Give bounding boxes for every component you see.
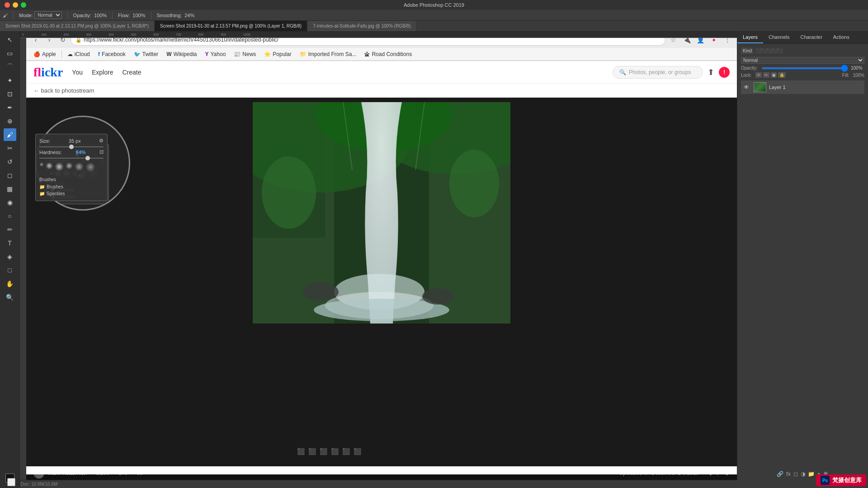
tab-actions[interactable]: Actions: [828, 32, 855, 43]
mode-row: Normal: [741, 57, 864, 64]
brush-tool[interactable]: 🖌: [4, 128, 16, 141]
zoom-tool[interactable]: 🔍: [4, 291, 16, 304]
shape-tool[interactable]: □: [4, 264, 16, 277]
background-color[interactable]: [7, 478, 15, 486]
close-button[interactable]: [5, 2, 10, 8]
window-title: Adobe Photoshop CC 2019: [404, 2, 464, 8]
clone-stamp-tool[interactable]: ✂: [4, 142, 16, 155]
brush-sample-5[interactable]: [75, 162, 84, 171]
tab-character[interactable]: Character: [795, 32, 828, 43]
folder-brushes-icon: 📁: [39, 184, 45, 189]
lock-all-icon[interactable]: 🔒: [778, 72, 786, 78]
spot-heal-tool[interactable]: ⊕: [4, 115, 16, 127]
selection-tool[interactable]: ▭: [4, 47, 16, 60]
brush-sample-6[interactable]: [85, 162, 95, 172]
speckles-folder-item[interactable]: 📁 Speckles: [39, 190, 104, 197]
more-icon[interactable]: ⬛: [342, 448, 350, 455]
fill-value: 100%: [853, 73, 864, 78]
bookmark-popular[interactable]: ⭐ Popular: [260, 50, 295, 59]
brush-sample-4[interactable]: [66, 162, 73, 169]
left-toolbox: ↖ ▭ ⌒ ✦ ⊡ ✒ ⊕ 🖌 ✂ ↺ ◻ ▦ ◉ ○ ✏ T ◈ □ ✋ 🔍: [0, 32, 20, 488]
title-bar: Adobe Photoshop CC 2019: [0, 0, 868, 10]
bookmark-apple[interactable]: 🍎 Apple: [30, 50, 60, 59]
grid-icon[interactable]: ⬛: [320, 448, 327, 455]
bookmark-road[interactable]: 🛣 Road Conditions: [361, 50, 415, 59]
text-tool[interactable]: T: [4, 237, 16, 249]
hardness-slider-thumb[interactable]: [85, 156, 90, 160]
gear-icon[interactable]: ⚙: [99, 138, 104, 144]
ruler-horizontal: 0 100 200 300 400 500 600 700 800 900 10…: [20, 32, 737, 38]
brushes-folder-item[interactable]: 📁 Brushes: [39, 183, 104, 190]
svg-point-13: [422, 288, 454, 305]
lock-draw-icon[interactable]: ✏: [763, 72, 769, 78]
adjustment-icon[interactable]: ◑: [801, 471, 805, 477]
bookmark-icloud-label: iCloud: [75, 51, 90, 57]
eyedropper-tool[interactable]: ✒: [4, 101, 16, 114]
flickr-nav-explore[interactable]: Explore: [92, 69, 113, 76]
flickr-search-bar[interactable]: 🔍 Photos, people, or groups: [613, 66, 703, 79]
clear-icon[interactable]: ⊡: [99, 149, 104, 155]
flickr-nav-create[interactable]: Create: [122, 69, 141, 76]
tab-layers[interactable]: Layers: [737, 32, 763, 43]
lock-pos-icon[interactable]: ✛: [755, 72, 762, 78]
layer-mode-select[interactable]: Normal: [741, 57, 864, 64]
info-icon[interactable]: ⬛: [331, 448, 339, 455]
lock-icons: ✛ ✏ ◼ 🔒: [755, 72, 786, 78]
blur-tool[interactable]: ◉: [4, 196, 16, 209]
history-brush-tool[interactable]: ↺: [4, 155, 16, 168]
mask-icon[interactable]: ◻: [793, 471, 798, 477]
maximize-button[interactable]: [21, 2, 26, 8]
smoothing-control: Smoothing: 24%: [157, 13, 195, 18]
document-tabs: Screen Shot 2019-01-30 at 2.13.11 PM.png…: [0, 21, 868, 32]
mode-dropdown[interactable]: Normal: [34, 11, 62, 19]
brush-sample-3[interactable]: [55, 162, 64, 171]
folder-icon-panel[interactable]: 📁: [808, 471, 815, 477]
flickr-nav-you[interactable]: You: [72, 69, 83, 76]
bookmark-news[interactable]: 📰 News: [230, 50, 259, 59]
tab-channels[interactable]: Channels: [763, 32, 795, 43]
notification-badge[interactable]: !: [719, 67, 730, 78]
link-icon[interactable]: 🔗: [777, 471, 783, 477]
minimize-button[interactable]: [13, 2, 18, 8]
upload-icon[interactable]: ⬆: [708, 67, 714, 77]
tab-screenshot1[interactable]: Screen Shot 2019-01-30 at 2.13.11 PM.png…: [0, 21, 155, 31]
bookmark-yahoo[interactable]: Y Yahoo: [201, 50, 229, 59]
lock-pixel-icon[interactable]: ◼: [771, 72, 777, 78]
bookmark-wikipedia[interactable]: W Wikipedia: [163, 50, 200, 59]
share-icon[interactable]: ⬛: [297, 448, 305, 455]
lasso-tool[interactable]: ⌒: [4, 61, 16, 73]
size-slider-thumb[interactable]: [69, 145, 74, 149]
svg-point-12: [302, 283, 339, 301]
bookmark-wikipedia-label: Wikipedia: [173, 51, 197, 57]
kind-dropdown[interactable]: Kind: [741, 47, 754, 54]
popular-icon: ⭐: [264, 51, 271, 57]
fx-icon[interactable]: fx: [786, 471, 790, 477]
path-selection-tool[interactable]: ◈: [4, 250, 16, 263]
download-icon[interactable]: ⬛: [308, 448, 316, 455]
brush-sample-1[interactable]: [39, 162, 44, 167]
back-to-photostream[interactable]: ← back to photostream: [26, 84, 737, 98]
bookmark-facebook[interactable]: f Facebook: [94, 49, 129, 59]
crop-tool[interactable]: ⊡: [4, 88, 16, 100]
eraser-tool[interactable]: ◻: [4, 169, 16, 182]
bookmark-imported[interactable]: 📁 Imported From Sa...: [296, 50, 360, 59]
layer-visibility-icon[interactable]: 👁: [744, 84, 751, 90]
tab-screenshot2[interactable]: Screen Shot 2019-01-30 at 2.13.57 PM.png…: [155, 21, 307, 31]
bookmark-twitter-label: Twitter: [142, 51, 158, 57]
gradient-tool[interactable]: ▦: [4, 183, 16, 195]
tab-solitude[interactable]: 7-minutes-at-Solitude-Falls.jpg @ 100% (…: [307, 21, 416, 31]
dodge-tool[interactable]: ○: [4, 210, 16, 222]
opacity-slider[interactable]: [762, 67, 848, 69]
layer-1-item[interactable]: 👁 Layer 1: [741, 80, 864, 94]
status-bar: 100% Doc: 10.8M/10.6M: [0, 480, 737, 488]
pen-tool[interactable]: ✏: [4, 223, 16, 236]
magic-wand-tool[interactable]: ✦: [4, 74, 16, 87]
expand-icon[interactable]: ⬛: [354, 448, 361, 455]
brushes-section-label: Brushes: [39, 176, 104, 183]
hand-tool[interactable]: ✋: [4, 277, 16, 290]
bookmark-icloud[interactable]: ☁ iCloud: [64, 50, 94, 59]
folder-icon: 📁: [300, 51, 307, 57]
move-tool[interactable]: ↖: [4, 33, 16, 46]
bookmark-twitter[interactable]: 🐦 Twitter: [130, 50, 162, 59]
brush-sample-2[interactable]: [46, 162, 53, 169]
